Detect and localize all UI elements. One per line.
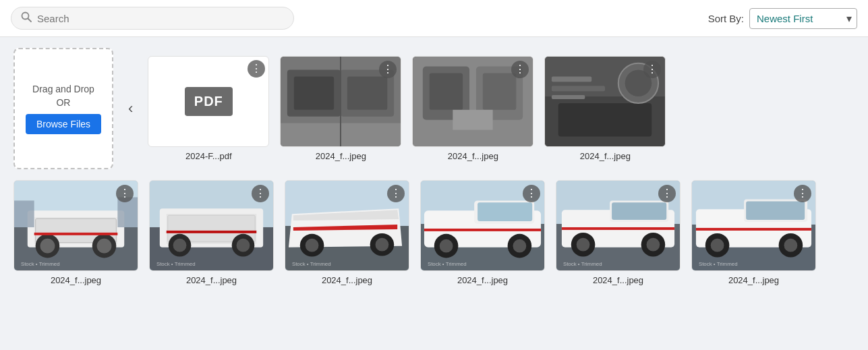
svg-rect-17 <box>558 103 652 136</box>
more-options-button[interactable]: ⋮ <box>387 185 405 202</box>
svg-rect-20 <box>552 76 591 82</box>
file-thumbnail: Stock • Trimmed ⋮ <box>691 180 816 271</box>
file-name: 2024_f...jpeg <box>316 151 366 161</box>
file-card: Stock • Trimmed ⋮ 2024_f...jpeg <box>691 180 816 285</box>
sort-area: Sort By: Newest First Oldest First Name … <box>708 8 857 29</box>
svg-point-46 <box>237 239 250 252</box>
file-name: 2024_f...jpeg <box>593 275 643 285</box>
more-options-button[interactable]: ⋮ <box>523 185 540 202</box>
svg-rect-13 <box>483 73 516 109</box>
search-box[interactable] <box>11 7 294 30</box>
more-options-button[interactable]: ⋮ <box>248 60 265 78</box>
file-grid-row2: Stock • Trimmed ⋮ 2024_f...jpeg <box>13 180 816 285</box>
file-thumbnail: Stock • Trimmed ⋮ <box>149 180 274 271</box>
svg-rect-34 <box>14 200 34 227</box>
file-name: 2024_f...jpeg <box>186 275 237 285</box>
sort-label: Sort By: <box>708 13 744 24</box>
svg-rect-94 <box>696 228 811 231</box>
svg-rect-47 <box>167 231 257 233</box>
svg-rect-21 <box>552 86 605 91</box>
upload-zone[interactable]: Drag and Drop OR Browse Files <box>13 48 113 169</box>
file-thumbnail: Stock • Trimmed ⋮ <box>420 180 545 271</box>
sort-select[interactable]: Newest First Oldest First Name A-Z Name … <box>749 8 857 29</box>
svg-text:Stock • Trimmed: Stock • Trimmed <box>428 261 467 267</box>
drag-drop-text: Drag and Drop OR <box>32 83 94 109</box>
svg-point-79 <box>577 238 590 252</box>
file-thumbnail: ⋮ <box>412 56 533 147</box>
svg-point-81 <box>647 238 660 252</box>
svg-point-57 <box>376 238 389 252</box>
file-card: Stock • Trimmed ⋮ 2024_f...jpeg <box>556 180 681 285</box>
file-card: PDF ⋮ 2024-F...pdf <box>148 56 269 161</box>
svg-point-91 <box>711 239 724 252</box>
file-thumbnail: PDF ⋮ <box>148 56 269 147</box>
file-name: 2024_f...jpeg <box>580 151 631 161</box>
top-header: Sort By: Newest First Oldest First Name … <box>0 0 868 37</box>
svg-point-32 <box>97 239 112 254</box>
svg-text:Stock • Trimmed: Stock • Trimmed <box>21 261 60 267</box>
file-grid-row1: PDF ⋮ 2024-F...pdf ⋮ <box>148 56 666 161</box>
file-thumbnail: ⋮ <box>280 56 401 147</box>
main-content: Drag and Drop OR Browse Files ‹ PDF ⋮ 20… <box>0 37 868 307</box>
file-name: 2024_f...jpeg <box>448 151 498 161</box>
file-card: Stock • Trimmed ⋮ 2024_f...jpeg <box>285 180 409 285</box>
svg-text:Stock • Trimmed: Stock • Trimmed <box>699 261 738 267</box>
sort-wrapper: Newest First Oldest First Name A-Z Name … <box>749 8 857 29</box>
svg-text:Stock • Trimmed: Stock • Trimmed <box>156 261 196 267</box>
gallery-row-1: Drag and Drop OR Browse Files ‹ PDF ⋮ 20… <box>13 48 855 169</box>
svg-point-30 <box>40 239 55 254</box>
more-options-button[interactable]: ⋮ <box>252 185 269 202</box>
browse-files-button[interactable]: Browse Files <box>26 114 101 134</box>
svg-rect-22 <box>552 95 585 99</box>
file-thumbnail: ⋮ <box>544 56 666 147</box>
pdf-icon: PDF <box>185 87 233 116</box>
file-name: 2024_f...jpeg <box>728 275 779 285</box>
file-name: 2024_f...jpeg <box>457 275 508 285</box>
file-name: 2024_f...jpeg <box>322 275 372 285</box>
file-card: ⋮ 2024_f...jpeg <box>544 56 666 161</box>
svg-rect-14 <box>453 110 493 130</box>
svg-rect-12 <box>430 73 463 109</box>
svg-rect-5 <box>294 76 334 109</box>
file-card: Stock • Trimmed ⋮ 2024_f...jpeg <box>13 180 138 285</box>
more-options-button[interactable]: ⋮ <box>794 185 811 202</box>
file-card: ⋮ 2024_f...jpeg <box>280 56 401 161</box>
svg-rect-65 <box>478 202 532 221</box>
svg-text:Stock • Trimmed: Stock • Trimmed <box>292 261 331 267</box>
svg-rect-82 <box>562 227 674 230</box>
more-options-button[interactable]: ⋮ <box>658 185 676 202</box>
svg-point-93 <box>784 239 798 252</box>
svg-point-55 <box>306 239 319 252</box>
svg-point-44 <box>173 239 187 252</box>
svg-text:Stock • Trimmed: Stock • Trimmed <box>563 261 602 267</box>
search-input[interactable] <box>37 13 284 24</box>
svg-point-67 <box>440 239 453 253</box>
svg-rect-6 <box>347 76 387 109</box>
svg-rect-77 <box>612 202 666 220</box>
svg-rect-89 <box>746 201 805 220</box>
file-card: Stock • Trimmed ⋮ 2024_f...jpeg <box>420 180 545 285</box>
more-options-button[interactable]: ⋮ <box>116 185 134 202</box>
file-card: Stock • Trimmed ⋮ 2024_f...jpeg <box>149 180 274 285</box>
prev-arrow-button[interactable]: ‹ <box>124 96 137 121</box>
file-thumbnail: Stock • Trimmed ⋮ <box>285 180 409 271</box>
file-card: ⋮ 2024_f...jpeg <box>412 56 533 161</box>
svg-rect-33 <box>34 233 118 235</box>
file-name: 2024_f...jpeg <box>51 275 101 285</box>
svg-line-1 <box>28 19 32 22</box>
gallery-row-2: Stock • Trimmed ⋮ 2024_f...jpeg <box>13 180 855 285</box>
svg-rect-70 <box>424 229 541 231</box>
search-icon <box>21 11 32 25</box>
svg-point-69 <box>513 239 527 253</box>
file-name: 2024-F...pdf <box>185 151 232 161</box>
file-thumbnail: Stock • Trimmed ⋮ <box>556 180 681 271</box>
file-thumbnail: Stock • Trimmed ⋮ <box>13 180 138 271</box>
